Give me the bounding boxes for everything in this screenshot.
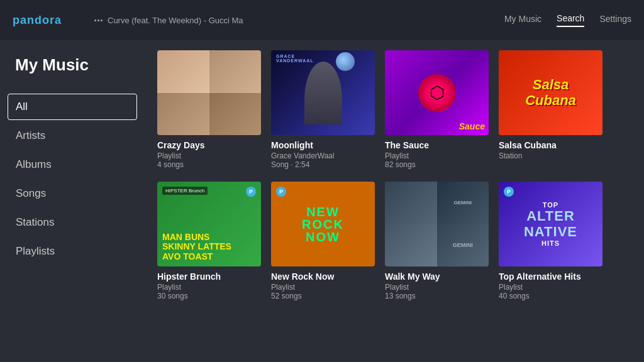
pandora-badge: P [276, 187, 286, 197]
pandora-logo: pandora [13, 14, 94, 27]
nav-search[interactable]: Search [557, 13, 584, 27]
card-top-alternative-hits[interactable]: P TOPALTERNATIVEHITS Top Alternative Hit… [499, 182, 602, 300]
sidebar-item-stations[interactable]: Stations [0, 208, 145, 237]
nrn-main-text: NEWROCKNOW [302, 206, 344, 243]
sidebar-item-playlists[interactable]: Playlists [0, 237, 145, 266]
card-the-sauce[interactable]: Sauce The Sauce Playlist 82 songs [385, 50, 489, 169]
card-moonlight[interactable]: Moonlight Grace VanderWaal Song · 2:54 [271, 50, 375, 169]
sauce-brand-text: Sauce [459, 121, 485, 131]
card-new-rock-now[interactable]: P NEWROCKNOW New Rock Now Playlist 52 so… [271, 182, 375, 300]
card-hipster-brunch[interactable]: HIPSTER Brunch P MAN BUNSSKINNY LATTESAV… [157, 182, 261, 300]
card-title: Walk My Way [385, 272, 489, 282]
main-content: Crazy Days Playlist 4 songs Moonlight Gr… [145, 40, 644, 362]
card-image-the-sauce: Sauce [385, 50, 489, 135]
card-detail: 13 songs [385, 292, 489, 300]
card-image-moonlight [271, 50, 375, 135]
top-alt-main-text: TOPALTERNATIVEHITS [524, 201, 577, 247]
card-type: Playlist [499, 283, 602, 292]
card-title: Top Alternative Hits [499, 272, 602, 282]
hb-tag-text: HIPSTER Brunch [162, 187, 208, 195]
hb-main-text: MAN BUNSSKINNY LATTESAVO TOAST [162, 233, 231, 261]
nav-my-music[interactable]: My Music [504, 14, 541, 26]
card-detail: 52 songs [271, 292, 375, 300]
sidebar-item-artists[interactable]: Artists [0, 121, 145, 150]
header: pandora Curve (feat. The Weeknd) - Gucci… [0, 0, 644, 40]
card-type: Playlist [157, 151, 261, 160]
card-image-crazy-days [157, 50, 261, 135]
now-playing-text: Curve (feat. The Weeknd) - Gucci Ma [108, 16, 243, 25]
pandora-badge: P [504, 187, 514, 197]
card-detail: 82 songs [385, 160, 489, 169]
card-type: Station [499, 151, 602, 160]
sidebar-item-albums[interactable]: Albums [0, 150, 145, 179]
salsa-art-text: SalsaCubana [525, 77, 576, 107]
card-title: Hipster Brunch [157, 272, 261, 282]
sidebar: My Music All Artists Albums Songs Statio… [0, 40, 145, 362]
card-salsa-cubana[interactable]: SalsaCubana Salsa Cubana Station [499, 50, 602, 169]
card-type: Grace VanderWaal [271, 151, 375, 160]
card-title: Salsa Cubana [499, 140, 602, 150]
card-image-hipster-brunch: HIPSTER Brunch P MAN BUNSSKINNY LATTESAV… [157, 182, 261, 266]
sidebar-item-songs[interactable]: Songs [0, 179, 145, 208]
card-title: New Rock Now [271, 272, 375, 282]
card-type: Playlist [385, 151, 489, 160]
card-image-new-rock-now: P NEWROCKNOW [271, 182, 375, 266]
card-detail: 30 songs [157, 292, 261, 300]
card-crazy-days[interactable]: Crazy Days Playlist 4 songs [157, 50, 261, 169]
sidebar-title: My Music [0, 55, 145, 75]
card-type: Playlist [271, 283, 375, 292]
card-title: Crazy Days [157, 140, 261, 150]
card-detail: Song · 2:54 [271, 160, 375, 169]
card-detail: 4 songs [157, 160, 261, 169]
card-walk-my-way[interactable]: GEMINI GEMINI Walk My Way Playlist 13 so… [385, 182, 489, 300]
now-playing-bar[interactable]: Curve (feat. The Weeknd) - Gucci Ma [94, 16, 504, 25]
card-detail: 40 songs [499, 292, 602, 300]
card-title: Moonlight [271, 140, 375, 150]
card-type: Playlist [385, 283, 489, 292]
pandora-badge: P [246, 187, 256, 197]
sidebar-item-all[interactable]: All [8, 94, 137, 120]
nav-links: My Music Search Settings [504, 13, 631, 27]
now-playing-icon [94, 19, 103, 21]
card-type: Playlist [157, 283, 261, 292]
card-image-top-alternative-hits: P TOPALTERNATIVEHITS [499, 182, 602, 266]
nav-settings[interactable]: Settings [599, 14, 631, 26]
music-grid: Crazy Days Playlist 4 songs Moonlight Gr… [157, 50, 631, 300]
card-image-walk-my-way: GEMINI GEMINI [385, 182, 489, 266]
card-title: The Sauce [385, 140, 489, 150]
card-image-salsa-cubana: SalsaCubana [499, 50, 602, 135]
main-layout: My Music All Artists Albums Songs Statio… [0, 40, 644, 362]
